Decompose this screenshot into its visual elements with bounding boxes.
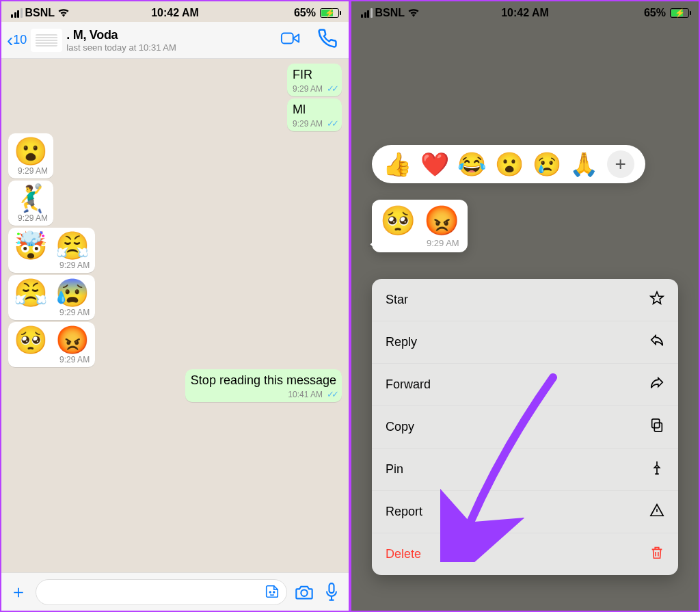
svg-rect-4 [329,583,334,593]
menu-item-delete[interactable]: Delete [372,533,678,575]
reaction-emoji[interactable]: 😂 [457,150,486,178]
reaction-emoji[interactable]: 😮 [495,150,524,178]
message-time: 9:29 AM [59,308,90,317]
menu-item-pin[interactable]: Pin [372,449,678,491]
message-time: 9:29 AM [59,355,90,364]
report-icon [649,503,664,521]
message-bubble[interactable]: 😮9:29 AM [8,133,53,178]
svg-rect-0 [282,33,293,43]
composer-bar: ＋ [1,572,349,611]
video-call-button[interactable] [280,28,301,53]
message-meta: 9:29 AM [14,213,48,223]
message-meta: 9:29 AM [14,308,90,317]
avatar[interactable] [31,29,62,52]
message-text: Stop reading this message [191,373,336,388]
more-reactions-button[interactable]: + [607,150,634,178]
status-bar: BSNL 10:42 AM 65% ⚡ [351,1,699,22]
svg-point-3 [301,589,307,596]
camera-button[interactable] [294,584,314,600]
menu-item-label: Reply [386,335,417,349]
reaction-emoji[interactable]: 😢 [533,150,561,178]
menu-item-reply[interactable]: Reply [372,321,678,364]
message-meta: 9:29 AM✓✓ [293,83,336,94]
read-ticks-icon: ✓✓ [327,118,336,129]
message-row[interactable]: 😤 😰9:29 AM [8,275,342,320]
message-emoji: 🤾‍♂️ [14,185,48,212]
message-row[interactable]: 🥺 😡9:29 AM [8,322,342,367]
message-bubble[interactable]: 🤯 😤9:29 AM [8,228,95,273]
message-bubble[interactable]: Stop reading this message10:41 AM✓✓ [185,369,342,402]
message-time: 9:29 AM [18,213,48,223]
message-meta: 9:29 AM [14,166,48,176]
message-row[interactable]: 🤯 😤9:29 AM [8,228,342,273]
pin-icon [649,460,664,479]
copy-icon [649,418,664,436]
menu-item-label: Pin [386,462,403,477]
message-emoji: 😤 😰 [14,279,90,306]
menu-item-report[interactable]: Report [372,491,678,533]
message-meta: 10:41 AM✓✓ [191,389,336,399]
status-bar: BSNL 10:42 AM 65% ⚡ [1,1,349,22]
read-ticks-icon: ✓✓ [327,83,336,94]
attach-button[interactable]: ＋ [8,580,29,604]
message-bubble[interactable]: FIR9:29 AM✓✓ [287,64,342,96]
message-row[interactable]: 😮9:29 AM [8,133,342,178]
chat-title-block[interactable]: . M, Voda last seen today at 10:31 AM [66,28,275,53]
message-time: 9:29 AM [18,166,48,176]
menu-item-forward[interactable]: Forward [372,364,678,406]
svg-rect-5 [654,423,662,431]
message-emoji: 🤯 😤 [14,232,90,259]
svg-point-1 [269,591,271,593]
message-row[interactable]: Ml9:29 AM✓✓ [8,98,342,131]
menu-item-label: Copy [386,420,414,434]
reaction-emoji[interactable]: 🙏 [569,150,598,178]
context-menu: StarReplyForwardCopyPinReportDelete [372,279,678,575]
svg-rect-6 [652,419,660,428]
selected-message-emoji: 🥺 😡 [380,207,459,235]
message-row[interactable]: 🤾‍♂️9:29 AM [8,181,342,226]
reaction-emoji[interactable]: 👍 [383,150,412,178]
message-bubble[interactable]: 🤾‍♂️9:29 AM [8,181,53,226]
message-meta: 9:29 AM✓✓ [293,118,336,129]
sticker-icon[interactable] [265,584,280,602]
reply-icon [649,333,664,351]
menu-item-copy[interactable]: Copy [372,406,678,449]
menu-item-label: Forward [386,377,431,392]
message-time: 10:41 AM [288,390,323,399]
message-text: FIR [293,68,336,82]
message-emoji: 😮 [14,137,48,165]
mic-button[interactable] [321,583,342,602]
message-meta: 9:29 AM [14,355,90,364]
forward-icon [649,375,664,394]
star-icon [649,291,664,309]
menu-item-label: Report [386,505,422,519]
message-input[interactable] [36,579,287,605]
message-time: 9:29 AM [59,261,90,270]
voice-call-button[interactable] [317,28,338,53]
selected-message-bubble[interactable]: 🥺 😡 9:29 AM [372,200,468,252]
message-time: 9:29 AM [293,84,323,94]
menu-item-star[interactable]: Star [372,279,678,321]
message-bubble[interactable]: 😤 😰9:29 AM [8,275,95,320]
read-ticks-icon: ✓✓ [327,389,336,399]
svg-point-2 [273,591,275,593]
message-bubble[interactable]: 🥺 😡9:29 AM [8,322,95,367]
battery-icon: ⚡ [670,8,689,18]
menu-item-label: Star [386,293,408,307]
message-meta: 9:29 AM [14,261,90,270]
message-time: 9:29 AM [293,119,323,129]
message-text: Ml [293,103,336,117]
message-row[interactable]: FIR9:29 AM✓✓ [8,64,342,96]
back-count: 10 [13,33,27,47]
trash-icon [649,545,664,563]
message-bubble[interactable]: Ml9:29 AM✓✓ [287,98,342,131]
phone-right-context-menu: BSNL 10:42 AM 65% ⚡ 👍❤️😂😮😢🙏+ 🥺 😡 9:29 AM… [350,0,700,612]
reaction-emoji[interactable]: ❤️ [420,150,449,178]
message-emoji: 🥺 😡 [14,326,90,354]
last-seen: last seen today at 10:31 AM [66,42,275,53]
clock-time: 10:42 AM [351,7,699,19]
message-row[interactable]: Stop reading this message10:41 AM✓✓ [8,369,342,402]
message-list[interactable]: FIR9:29 AM✓✓Ml9:29 AM✓✓😮9:29 AM🤾‍♂️9:29 … [1,59,349,572]
phone-left-chat: BSNL 10:42 AM 65% ⚡ ‹ 10 . M, Voda last … [0,0,350,612]
back-button[interactable]: ‹ 10 [7,33,27,47]
